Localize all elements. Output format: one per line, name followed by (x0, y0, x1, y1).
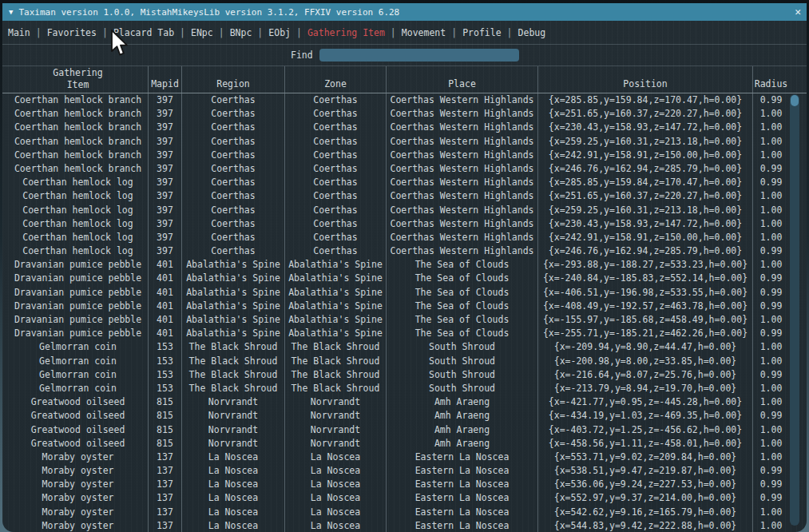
table-row[interactable]: Coerthan hemlock log397CoerthasCoerthasC… (2, 204, 807, 217)
cell-zone: Norvrandt (285, 409, 387, 423)
cell-position: {x=251.65,y=160.37,z=220.27,h=0.00} (538, 189, 753, 203)
column-header-zone[interactable]: Zone (285, 66, 387, 93)
table-row[interactable]: Coerthan hemlock branch397CoerthasCoerth… (2, 121, 807, 134)
cell-position: {x=-240.84,y=-185.83,z=552.14,h=0.00} (538, 272, 753, 285)
menu-item-debug[interactable]: Debug (518, 27, 546, 38)
menu-item-profile[interactable]: Profile (462, 27, 501, 38)
cell-place: Coerthas Western Highlands (387, 162, 538, 176)
cell-position: {x=-200.98,y=8.00,z=33.85,h=0.00} (538, 355, 753, 368)
table-row[interactable]: Coerthan hemlock branch397CoerthasCoerth… (2, 93, 807, 107)
column-header-place[interactable]: Place (387, 66, 538, 93)
cell-place: Eastern La Noscea (387, 478, 538, 491)
cell-radius: 1.00 (753, 217, 789, 231)
table-row[interactable]: Coerthan hemlock branch397CoerthasCoerth… (2, 149, 807, 162)
column-header-position[interactable]: Position (538, 66, 753, 93)
table-row[interactable]: Moraby oyster137La NosceaLa NosceaEaster… (2, 506, 807, 519)
close-icon[interactable]: ✕ (795, 3, 801, 21)
column-header-radius[interactable]: Radius (753, 66, 789, 93)
table-row[interactable]: Dravanian pumice pebble401Abalathia's Sp… (2, 258, 807, 272)
table-row[interactable]: Dravanian pumice pebble401Abalathia's Sp… (2, 286, 807, 300)
cell-mapid: 401 (149, 313, 182, 327)
cell-region: Coerthas (182, 176, 285, 189)
cell-region: The Black Shroud (182, 340, 285, 354)
cell-region: Coerthas (182, 217, 285, 231)
cell-position: {x=-434.19,y=1.03,z=-469.35,h=0.00} (538, 409, 753, 423)
cell-mapid: 815 (149, 423, 182, 437)
collapse-arrow-icon[interactable]: ▼ (9, 3, 13, 21)
cell-region: Norvrandt (182, 395, 285, 409)
menu-item-eobj[interactable]: EObj (268, 27, 291, 38)
cell-place: Eastern La Noscea (387, 506, 538, 519)
table-row[interactable]: Dravanian pumice pebble401Abalathia's Sp… (2, 313, 807, 327)
table-row[interactable]: Coerthan hemlock log397CoerthasCoerthasC… (2, 189, 807, 203)
menu-item-gathering-item[interactable]: Gathering Item (307, 27, 385, 38)
column-header-region[interactable]: Region (182, 66, 285, 93)
cell-position: {x=246.76,y=162.94,z=285.79,h=0.00} (538, 162, 753, 176)
find-input[interactable] (319, 49, 519, 62)
table-row[interactable]: Moraby oyster137La NosceaLa NosceaEaster… (2, 464, 807, 478)
cell-place: Coerthas Western Highlands (387, 93, 538, 107)
cell-position: {x=-213.79,y=8.94,z=19.70,h=0.00} (538, 382, 753, 395)
table-row[interactable]: Gelmorran coin153The Black ShroudThe Bla… (2, 368, 807, 382)
table-row[interactable]: Gelmorran coin153The Black ShroudThe Bla… (2, 340, 807, 354)
cell-item: Coerthan hemlock branch (8, 107, 149, 121)
table-row[interactable]: Moraby oyster137La NosceaLa NosceaEaster… (2, 519, 807, 532)
table-row[interactable]: Greatwood oilseed815NorvrandtNorvrandtAm… (2, 409, 807, 423)
cell-item: Greatwood oilseed (8, 423, 149, 437)
table-row[interactable]: Coerthan hemlock log397CoerthasCoerthasC… (2, 217, 807, 231)
cell-radius: 1.00 (753, 423, 789, 437)
table-row[interactable]: Coerthan hemlock branch397CoerthasCoerth… (2, 162, 807, 176)
cell-item: Moraby oyster (8, 464, 149, 478)
cell-zone: La Noscea (285, 519, 387, 532)
cell-mapid: 401 (149, 258, 182, 272)
menu-item-main[interactable]: Main (8, 27, 30, 38)
cell-position: {x=251.65,y=160.37,z=220.27,h=0.00} (538, 107, 753, 121)
table-row[interactable]: Gelmorran coin153The Black ShroudThe Bla… (2, 355, 807, 368)
cell-region: Coerthas (182, 149, 285, 162)
table-row[interactable]: Greatwood oilseed815NorvrandtNorvrandtAm… (2, 395, 807, 409)
table-row[interactable]: Coerthan hemlock log397CoerthasCoerthasC… (2, 244, 807, 258)
cell-zone: Coerthas (285, 244, 387, 258)
menu-item-enpc[interactable]: ENpc (191, 27, 213, 38)
table-row[interactable]: Moraby oyster137La NosceaLa NosceaEaster… (2, 478, 807, 491)
table-row[interactable]: Greatwood oilseed815NorvrandtNorvrandtAm… (2, 423, 807, 437)
cell-radius: 1.00 (753, 204, 789, 217)
cell-position: {x=552.97,y=9.37,z=214.00,h=0.00} (538, 491, 753, 505)
cell-position: {x=542.62,y=9.16,z=165.79,h=0.00} (538, 506, 753, 519)
cell-radius: 0.99 (753, 368, 789, 382)
cell-radius: 1.00 (753, 121, 789, 134)
cell-place: Eastern La Noscea (387, 451, 538, 464)
table-row[interactable]: Moraby oyster137La NosceaLa NosceaEaster… (2, 451, 807, 464)
scrollbar[interactable] (790, 94, 799, 526)
cell-radius: 1.00 (753, 382, 789, 395)
menu-item-movement[interactable]: Movement (402, 27, 446, 38)
cell-item: Gelmorran coin (8, 368, 149, 382)
cell-place: Coerthas Western Highlands (387, 176, 538, 189)
table-row[interactable]: Greatwood oilseed815NorvrandtNorvrandtAm… (2, 437, 807, 451)
cell-zone: Norvrandt (285, 423, 387, 437)
table-row[interactable]: Dravanian pumice pebble401Abalathia's Sp… (2, 272, 807, 285)
scrollbar-thumb[interactable] (791, 95, 799, 106)
column-header-mapid[interactable]: Mapid (149, 66, 182, 93)
table-row[interactable]: Moraby oyster137La NosceaLa NosceaEaster… (2, 491, 807, 505)
table-row[interactable]: Coerthan hemlock log397CoerthasCoerthasC… (2, 231, 807, 244)
table-row[interactable]: Dravanian pumice pebble401Abalathia's Sp… (2, 327, 807, 340)
table-row[interactable]: Coerthan hemlock branch397CoerthasCoerth… (2, 135, 807, 149)
menu-item-placard-tab[interactable]: Placard Tab (113, 27, 174, 38)
taximan-window: ▼ Taximan version 1.0.0, MistahMikeysLib… (2, 3, 807, 532)
cell-position: {x=-293.88,y=-188.27,z=533.23,h=0.00} (538, 258, 753, 272)
column-header-gathering-item[interactable]: GatheringItem (8, 66, 149, 93)
cell-item: Dravanian pumice pebble (8, 286, 149, 300)
cell-region: The Black Shroud (182, 355, 285, 368)
cell-radius: 0.99 (753, 286, 789, 300)
cell-region: Abalathia's Spine (182, 286, 285, 300)
cell-position: {x=246.76,y=162.94,z=285.79,h=0.00} (538, 244, 753, 258)
cell-mapid: 137 (149, 491, 182, 505)
menu-item-favorites[interactable]: Favorites (47, 27, 97, 38)
table-row[interactable]: Coerthan hemlock branch397CoerthasCoerth… (2, 107, 807, 121)
cell-position: {x=-209.94,y=8.90,z=44.47,h=0.00} (538, 340, 753, 354)
table-row[interactable]: Gelmorran coin153The Black ShroudThe Bla… (2, 382, 807, 395)
table-row[interactable]: Dravanian pumice pebble401Abalathia's Sp… (2, 300, 807, 313)
menu-item-bnpc[interactable]: BNpc (230, 27, 252, 38)
table-row[interactable]: Coerthan hemlock log397CoerthasCoerthasC… (2, 176, 807, 189)
